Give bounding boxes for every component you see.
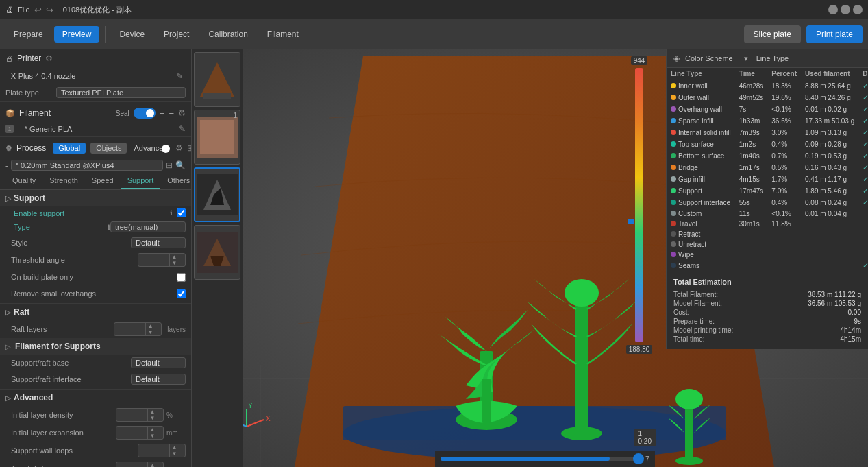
- remove-small-checkbox[interactable]: [177, 289, 186, 298]
- row-display-9[interactable]: ✓: [858, 185, 868, 197]
- z-thumb[interactable]: [628, 219, 634, 224]
- file-menu[interactable]: File: [18, 5, 30, 14]
- thumb-svg-3: [197, 174, 238, 215]
- thumb-label-2: 1: [233, 112, 237, 119]
- minimize-btn[interactable]: [828, 5, 838, 14]
- profile-compare-icon[interactable]: ⊟: [166, 160, 173, 170]
- support-interface-value[interactable]: Default: [131, 374, 186, 385]
- profile-search-icon[interactable]: 🔍: [175, 160, 186, 170]
- close-btn[interactable]: [853, 5, 863, 14]
- threshold-input[interactable]: 30: [138, 255, 169, 265]
- row-display-14[interactable]: [858, 239, 868, 250]
- row-filament-9: 1.89 m 5.46 g: [801, 185, 858, 197]
- table-header-row: Line Type Time Percent Used filament Dis…: [667, 68, 868, 80]
- wall-loops-input[interactable]: 0: [138, 446, 169, 455]
- undo-btn[interactable]: ↩: [34, 5, 42, 15]
- printer-edit-icon[interactable]: ✎: [173, 70, 186, 82]
- preview-btn[interactable]: Preview: [54, 26, 100, 43]
- top-z-input[interactable]: 0.2: [116, 464, 147, 467]
- process-section-header[interactable]: ⚙ Process Global Objects Advanced ⚙ ⊞: [0, 139, 191, 158]
- row-display-10[interactable]: ✓: [858, 197, 868, 208]
- color-scheme-title: Color Scheme: [685, 54, 733, 62]
- row-display-3[interactable]: ✓: [858, 115, 868, 127]
- tab-support[interactable]: Support: [121, 173, 161, 189]
- seal-toggle[interactable]: [134, 108, 156, 119]
- raft-down-arrow[interactable]: ▼: [145, 329, 155, 335]
- row-time-1: 49m52s: [735, 92, 768, 104]
- on-build-checkbox[interactable]: [177, 273, 186, 282]
- row-display-13[interactable]: [858, 229, 868, 239]
- tab-others[interactable]: Others: [160, 173, 192, 189]
- thumbnail-3[interactable]: [194, 167, 240, 222]
- progress-thumb[interactable]: [633, 453, 644, 464]
- density-input[interactable]: 90: [116, 410, 147, 420]
- row-display-6[interactable]: ✓: [858, 150, 868, 162]
- process-copy-icon[interactable]: ⊞: [187, 143, 192, 153]
- density-spinner[interactable]: 90 ▲ ▼: [116, 408, 164, 422]
- threshold-up-arrow[interactable]: ▲: [169, 254, 179, 260]
- density-down[interactable]: ▼: [147, 415, 157, 421]
- top-z-spinner[interactable]: 0.2 ▲ ▼: [116, 462, 164, 467]
- expansion-down[interactable]: ▼: [147, 433, 157, 439]
- threshold-down-arrow[interactable]: ▼: [169, 260, 179, 266]
- row-display-4[interactable]: ✓: [858, 127, 868, 139]
- filament-add-icon[interactable]: +: [160, 108, 165, 119]
- support-base-value[interactable]: Default: [131, 357, 186, 368]
- thumbnail-2[interactable]: 1: [194, 110, 240, 165]
- maximize-btn[interactable]: [841, 5, 850, 14]
- row-display-7[interactable]: ✓: [858, 162, 868, 173]
- row-time-13: [735, 229, 768, 239]
- wall-loops-spinner[interactable]: 0 ▲ ▼: [138, 444, 186, 457]
- tab-quality[interactable]: Quality: [5, 173, 42, 189]
- tab-strength[interactable]: Strength: [42, 173, 85, 189]
- calibration-btn[interactable]: Calibration: [200, 26, 256, 43]
- plate-value[interactable]: Textured PEI Plate: [56, 87, 186, 98]
- expansion-up[interactable]: ▲: [147, 427, 157, 433]
- filament-edit-icon[interactable]: ✎: [179, 124, 186, 134]
- type-value[interactable]: tree(manual): [110, 221, 186, 232]
- density-up[interactable]: ▲: [147, 409, 157, 415]
- expansion-spinner[interactable]: 2 ▲ ▼: [116, 426, 164, 440]
- raft-up-arrow[interactable]: ▲: [145, 323, 155, 329]
- row-display-15[interactable]: [858, 250, 868, 260]
- threshold-spinner[interactable]: 30 ▲ ▼: [138, 253, 186, 267]
- raft-layers-input[interactable]: 0: [114, 324, 145, 334]
- redo-btn[interactable]: ↪: [46, 5, 53, 15]
- top-z-up[interactable]: ▲: [147, 462, 157, 467]
- printer-section-header[interactable]: 🖨 Printer ⚙: [0, 49, 191, 67]
- filament-btn[interactable]: Filament: [259, 26, 307, 43]
- prepare-btn[interactable]: Prepare: [5, 26, 51, 43]
- print-btn[interactable]: Print plate: [806, 25, 863, 43]
- filament-section-header[interactable]: 📦 Filament Seal + − ⚙: [0, 104, 191, 123]
- device-btn[interactable]: Device: [111, 26, 153, 43]
- tab-objects[interactable]: Objects: [90, 143, 127, 154]
- row-display-11[interactable]: [858, 208, 868, 219]
- wall-loops-down[interactable]: ▼: [169, 451, 179, 457]
- profile-value[interactable]: * 0.20mm Standard @XPlus4: [11, 160, 163, 171]
- tab-speed[interactable]: Speed: [85, 173, 121, 189]
- tab-global[interactable]: Global: [53, 143, 86, 154]
- row-display-12[interactable]: [858, 219, 868, 229]
- row-display-16[interactable]: ✓: [858, 260, 868, 272]
- row-display-0[interactable]: ✓: [858, 80, 868, 93]
- row-display-2[interactable]: ✓: [858, 104, 868, 115]
- enable-support-info-icon[interactable]: ℹ: [170, 209, 173, 217]
- row-display-1[interactable]: ✓: [858, 92, 868, 104]
- progress-track[interactable]: [441, 457, 640, 461]
- slice-btn[interactable]: Slice plate: [744, 25, 801, 43]
- project-btn[interactable]: Project: [156, 26, 197, 43]
- row-display-5[interactable]: ✓: [858, 139, 868, 150]
- enable-support-checkbox[interactable]: [177, 208, 186, 217]
- thumbnail-1[interactable]: [194, 52, 240, 107]
- table-row: Outer wall 49m52s 19.6% 8.40 m 24.26 g ✓: [667, 92, 868, 104]
- wall-loops-up[interactable]: ▲: [169, 444, 179, 451]
- printer-settings-icon[interactable]: ⚙: [45, 53, 53, 63]
- row-display-8[interactable]: ✓: [858, 173, 868, 185]
- style-value[interactable]: Default: [131, 237, 186, 248]
- thumbnail-4[interactable]: [194, 225, 240, 280]
- process-settings-icon[interactable]: ⚙: [175, 143, 183, 153]
- filament-settings-icon[interactable]: ⚙: [178, 108, 186, 118]
- filament-remove-icon[interactable]: −: [169, 108, 174, 119]
- expansion-input[interactable]: 2: [116, 428, 147, 438]
- raft-layers-spinner[interactable]: 0 ▲ ▼: [114, 322, 162, 336]
